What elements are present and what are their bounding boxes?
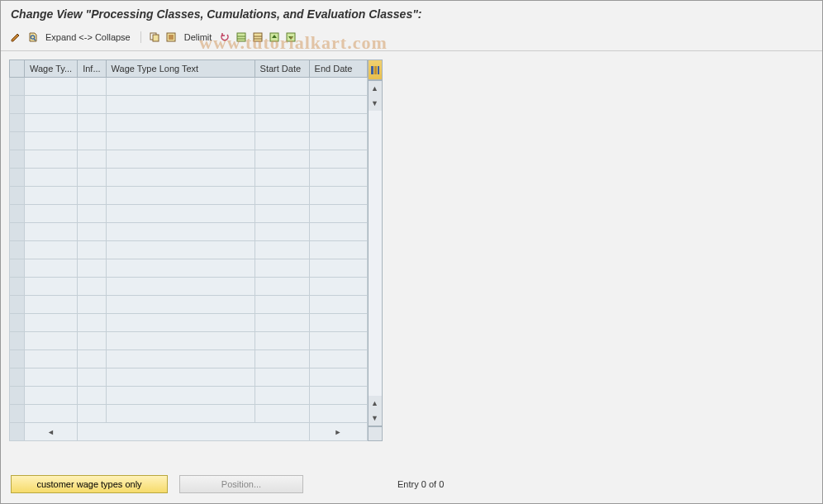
table-row[interactable] (10, 350, 368, 368)
cell-longtext[interactable] (106, 314, 255, 332)
cell-startdate[interactable] (255, 314, 309, 332)
cell-inf[interactable] (78, 278, 106, 296)
row-selector[interactable] (10, 332, 25, 350)
scroll-thumb-top[interactable]: ▼ (369, 96, 382, 111)
cell-inf[interactable] (78, 223, 106, 241)
table-row[interactable] (10, 132, 368, 150)
cell-startdate[interactable] (255, 187, 309, 205)
cell-wagetype[interactable] (25, 314, 78, 332)
scroll-down-button[interactable]: ▼ (369, 411, 382, 426)
cell-longtext[interactable] (106, 278, 255, 296)
data-grid[interactable]: Wage Ty... Inf... Wage Type Long Text St… (9, 59, 368, 441)
col-wagetype[interactable]: Wage Ty... (25, 60, 78, 78)
cell-inf[interactable] (78, 241, 106, 259)
cell-longtext[interactable] (106, 96, 255, 114)
select-block-icon[interactable] (235, 31, 248, 44)
cell-wagetype[interactable] (25, 150, 78, 169)
cell-longtext[interactable] (106, 150, 255, 169)
row-selector[interactable] (10, 278, 25, 296)
cell-wagetype[interactable] (25, 96, 78, 114)
cell-longtext[interactable] (106, 205, 255, 223)
cell-inf[interactable] (78, 259, 106, 278)
cell-inf[interactable] (78, 132, 106, 150)
table-row[interactable] (10, 223, 368, 241)
cell-enddate[interactable] (309, 259, 367, 278)
row-selector[interactable] (10, 241, 25, 259)
table-row[interactable] (10, 332, 368, 350)
table-row[interactable] (10, 259, 368, 278)
cell-enddate[interactable] (309, 114, 367, 132)
cell-enddate[interactable] (309, 78, 367, 96)
cell-wagetype[interactable] (25, 132, 78, 150)
row-selector[interactable] (10, 96, 25, 114)
sort-desc-icon[interactable] (284, 31, 297, 44)
cell-enddate[interactable] (309, 96, 367, 114)
cell-wagetype[interactable] (25, 296, 78, 314)
cell-longtext[interactable] (106, 223, 255, 241)
table-row[interactable] (10, 205, 368, 223)
cell-wagetype[interactable] (25, 78, 78, 96)
row-selector[interactable] (10, 387, 25, 405)
row-selector[interactable] (10, 259, 25, 278)
scroll-thumb-bottom[interactable]: ▲ (369, 396, 382, 411)
cell-wagetype[interactable] (25, 332, 78, 350)
cell-enddate[interactable] (309, 169, 367, 187)
table-row[interactable] (10, 405, 368, 423)
row-selector[interactable] (10, 350, 25, 368)
cell-wagetype[interactable] (25, 114, 78, 132)
cell-inf[interactable] (78, 169, 106, 187)
table-row[interactable] (10, 187, 368, 205)
col-enddate[interactable]: End Date (309, 60, 367, 78)
cell-longtext[interactable] (106, 296, 255, 314)
row-selector[interactable] (10, 114, 25, 132)
row-selector[interactable] (10, 314, 25, 332)
cell-wagetype[interactable] (25, 278, 78, 296)
cell-startdate[interactable] (255, 259, 309, 278)
display-change-icon[interactable] (9, 31, 22, 44)
cell-inf[interactable] (78, 314, 106, 332)
cell-inf[interactable] (78, 96, 106, 114)
cell-inf[interactable] (78, 332, 106, 350)
table-row[interactable] (10, 278, 368, 296)
table-row[interactable] (10, 150, 368, 169)
cell-longtext[interactable] (106, 78, 255, 96)
cell-enddate[interactable] (309, 205, 367, 223)
row-selector[interactable] (10, 405, 25, 423)
cell-startdate[interactable] (255, 78, 309, 96)
cell-startdate[interactable] (255, 132, 309, 150)
cell-wagetype[interactable] (25, 259, 78, 278)
cell-enddate[interactable] (309, 278, 367, 296)
table-row[interactable] (10, 368, 368, 387)
row-selector[interactable] (10, 78, 25, 96)
cell-inf[interactable] (78, 114, 106, 132)
cell-longtext[interactable] (106, 405, 255, 423)
col-rowselector[interactable] (10, 60, 25, 78)
row-selector[interactable] (10, 169, 25, 187)
cell-enddate[interactable] (309, 350, 367, 368)
copy-icon[interactable] (148, 31, 161, 44)
cell-inf[interactable] (78, 78, 106, 96)
table-row[interactable] (10, 78, 368, 96)
cell-enddate[interactable] (309, 332, 367, 350)
cell-inf[interactable] (78, 405, 106, 423)
cell-enddate[interactable] (309, 150, 367, 169)
expand-collapse-button[interactable]: Expand <-> Collapse (42, 32, 134, 42)
cell-startdate[interactable] (255, 205, 309, 223)
cell-enddate[interactable] (309, 387, 367, 405)
table-row[interactable] (10, 296, 368, 314)
hscroll-right-button[interactable]: ► (309, 423, 367, 441)
cell-enddate[interactable] (309, 296, 367, 314)
row-selector[interactable] (10, 132, 25, 150)
cell-inf[interactable] (78, 296, 106, 314)
cell-startdate[interactable] (255, 114, 309, 132)
cell-startdate[interactable] (255, 405, 309, 423)
find-icon[interactable] (26, 31, 39, 44)
cell-inf[interactable] (78, 387, 106, 405)
cell-wagetype[interactable] (25, 350, 78, 368)
col-inf[interactable]: Inf... (78, 60, 106, 78)
cell-wagetype[interactable] (25, 241, 78, 259)
cell-longtext[interactable] (106, 187, 255, 205)
horizontal-scrollbar[interactable]: ◄ ► (10, 423, 368, 441)
cell-wagetype[interactable] (25, 169, 78, 187)
cell-enddate[interactable] (309, 241, 367, 259)
